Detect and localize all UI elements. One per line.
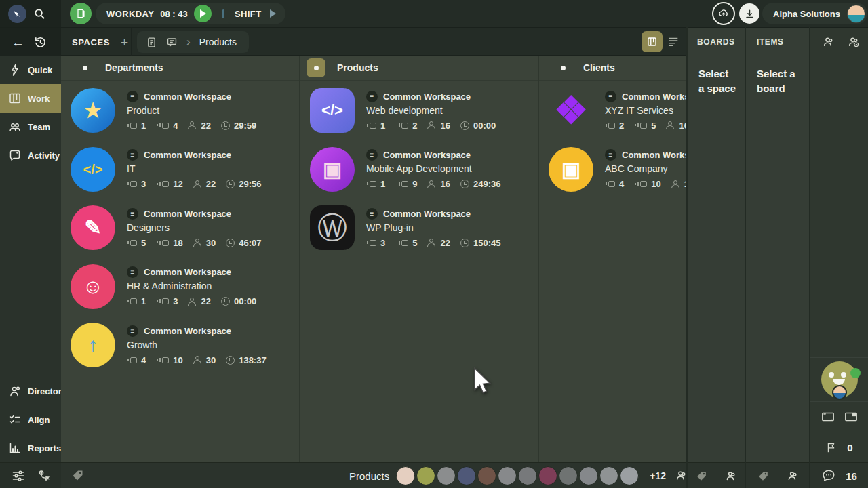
- mouse-cursor: [473, 367, 493, 396]
- boards-count: 3: [127, 179, 146, 189]
- workday-play-button[interactable]: [194, 5, 212, 22]
- space-card-web-development[interactable]: </> ≡Common Workspace Web development 1 …: [300, 81, 538, 140]
- sidebar-item-quick[interactable]: Quick: [0, 56, 61, 84]
- items-panel: Select a board: [746, 56, 809, 462]
- sidebar-item-reports[interactable]: Reports: [0, 434, 61, 462]
- column-header[interactable]: Clients: [539, 56, 686, 81]
- column-header[interactable]: Departments: [61, 56, 299, 81]
- back-icon[interactable]: ←: [12, 36, 24, 49]
- space-card-growth[interactable]: ↑ ≡Common Workspace Growth 4 10 30 138:3…: [61, 316, 299, 375]
- time-tracked: 00:00: [460, 121, 496, 131]
- workspace-badge-icon: ≡: [127, 149, 138, 161]
- space-card-it[interactable]: </> ≡Common Workspace IT 3 12 22 29:56: [61, 140, 299, 199]
- workspace-name: Common Workspace: [144, 267, 231, 277]
- members-icon[interactable]: [785, 470, 798, 482]
- sidebar-item-activity[interactable]: Activity: [0, 141, 61, 169]
- kanban-view-toggle[interactable]: [642, 31, 663, 52]
- members-icon: [193, 180, 202, 188]
- lists-count: 2: [395, 121, 417, 131]
- space-avatar: ▣: [549, 147, 593, 192]
- screen-window-icon[interactable]: [844, 411, 858, 423]
- route-map-icon[interactable]: [37, 469, 50, 483]
- time-tracked: 29:59: [221, 121, 256, 131]
- assignees-done-icon[interactable]: [845, 36, 859, 48]
- member-avatar[interactable]: [538, 466, 557, 485]
- member-avatar[interactable]: [579, 466, 598, 485]
- members-icon: [427, 180, 436, 188]
- board-title: Products: [349, 470, 389, 482]
- items-header-label: ITEMS: [757, 37, 784, 47]
- sidebar: Quick Work Team Activity Directory: [0, 56, 61, 462]
- member-avatar[interactable]: [477, 466, 496, 485]
- rail-user-cell[interactable]: [810, 357, 868, 401]
- sidebar-item-align[interactable]: Align: [0, 405, 61, 434]
- user-mood-avatar[interactable]: [821, 361, 858, 398]
- boards-count: 1: [366, 121, 385, 131]
- member-avatar[interactable]: [457, 466, 476, 485]
- account-menu[interactable]: Alpha Solutions: [762, 3, 867, 24]
- member-avatar[interactable]: [518, 466, 537, 485]
- member-overflow-count[interactable]: +12: [650, 470, 666, 481]
- space-avatar: ↑: [71, 323, 115, 367]
- sidebar-item-team[interactable]: Team: [0, 113, 61, 141]
- workspace-name: Common Workspace: [383, 150, 471, 160]
- space-card-abc[interactable]: ▣ ≡Common Workspace ABC Company 4 10 13: [539, 140, 686, 199]
- members-icon[interactable]: [673, 470, 687, 482]
- member-avatar[interactable]: [396, 466, 415, 485]
- space-column-products: Products </> ≡Common Workspace Web devel…: [300, 56, 538, 462]
- members-count: 22: [193, 179, 216, 189]
- space-card-wp-plugin[interactable]: Ⓦ ≡Common Workspace WP Plug-in 3 5 22 15…: [300, 199, 538, 258]
- boards-count: 1: [127, 121, 146, 131]
- lists-count: 5: [395, 238, 417, 248]
- space-card-mobile-app[interactable]: ▣ ≡Common Workspace Mobile App Developme…: [300, 140, 538, 199]
- screen-share-icon[interactable]: [821, 411, 835, 423]
- sidebar-item-work[interactable]: Work: [0, 84, 61, 113]
- member-avatar[interactable]: [437, 466, 456, 485]
- member-avatar[interactable]: [559, 466, 578, 485]
- member-avatar[interactable]: [498, 466, 517, 485]
- member-avatar[interactable]: [599, 466, 618, 485]
- boards-placeholder: Select a space: [698, 66, 736, 96]
- app-logo-icon[interactable]: [8, 5, 26, 23]
- members-count: 13: [671, 179, 686, 189]
- add-space-button[interactable]: +: [121, 36, 128, 49]
- shift-play-button[interactable]: [270, 9, 276, 18]
- column-title: Departments: [105, 62, 163, 73]
- space-avatar: ★: [71, 88, 115, 133]
- workspace-name: Common Workspace: [144, 326, 231, 336]
- space-card-product[interactable]: ★ ≡Common Workspace Product 1 4 22 29:59: [61, 81, 299, 140]
- tag-icon[interactable]: [71, 468, 85, 483]
- flag-icon[interactable]: [825, 441, 837, 453]
- search-icon[interactable]: [33, 7, 46, 20]
- member-avatar[interactable]: [416, 466, 435, 485]
- members-icon: [188, 298, 197, 306]
- rail-flags-cell[interactable]: 0: [810, 432, 868, 462]
- space-card-xyz[interactable]: ❖ ≡Common Workspace XYZ IT Services 2 5 …: [539, 81, 686, 140]
- document-icon[interactable]: [146, 37, 157, 48]
- history-icon[interactable]: [34, 36, 47, 49]
- sidebar-item-directory[interactable]: Directory: [0, 377, 61, 405]
- workday-door-icon[interactable]: [70, 3, 92, 24]
- tag-icon[interactable]: [695, 470, 708, 483]
- cloud-upload-button[interactable]: [712, 2, 735, 25]
- space-card-hr[interactable]: ☺ ≡Common Workspace HR & Administration …: [61, 258, 299, 317]
- filter-sliders-icon[interactable]: [12, 469, 25, 483]
- chat-bubble-icon[interactable]: [821, 468, 836, 483]
- breadcrumb-current[interactable]: Products: [199, 37, 237, 47]
- space-card-designers[interactable]: ✎ ≡Common Workspace Designers 5 18 30 46…: [61, 199, 299, 258]
- comments-icon[interactable]: [166, 37, 178, 48]
- assignees-icon[interactable]: [820, 36, 834, 48]
- space-avatar: Ⓦ: [310, 205, 355, 250]
- lists-count: 18: [156, 238, 182, 248]
- member-avatar[interactable]: [620, 466, 639, 485]
- column-header[interactable]: Products: [300, 56, 538, 81]
- download-button[interactable]: [739, 3, 760, 24]
- boards-count: 4: [127, 355, 146, 365]
- list-view-toggle[interactable]: [667, 35, 679, 47]
- members-icon[interactable]: [723, 470, 736, 482]
- rail-screens-cell: [810, 401, 868, 432]
- space-title: XYZ IT Services: [605, 105, 686, 116]
- tag-icon[interactable]: [757, 470, 770, 483]
- members-count: 16: [427, 121, 450, 131]
- members-icon: [193, 239, 202, 247]
